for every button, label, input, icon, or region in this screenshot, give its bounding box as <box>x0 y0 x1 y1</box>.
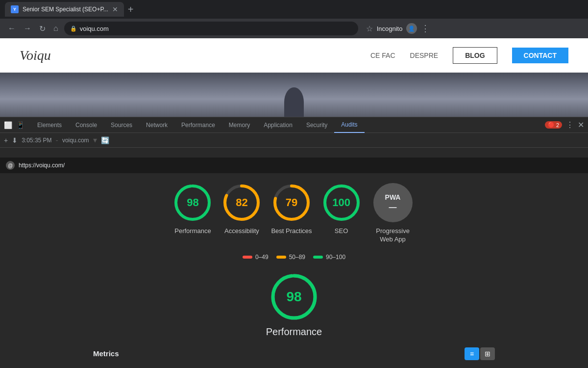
incognito-area: Incognito 👤 <box>377 23 417 34</box>
devtools-close-button[interactable]: ✕ <box>578 120 584 130</box>
devtools-tabs-bar: ⬜ 📱 Elements Console Sources Network Per… <box>0 117 588 133</box>
nav-bar: ← → ↻ ⌂ 🔒 voiqu.com ☆ Incognito 👤 ⋮ <box>0 19 588 38</box>
toggle-grid-view[interactable]: ⊞ <box>480 347 495 360</box>
active-tab[interactable]: Y Senior SEM Specialist (SEO+P... ✕ <box>5 2 124 17</box>
pwa-dash: — <box>389 203 397 212</box>
performance-label: Performance <box>174 227 211 236</box>
toolbar-time: 3:05:35 PM <box>22 137 51 144</box>
site-nav: Voiqu CE FAC DESPRE BLOG CONTACT <box>0 38 588 73</box>
tab-sources[interactable]: Sources <box>104 117 139 133</box>
new-tab-button[interactable]: + <box>126 2 136 17</box>
back-button[interactable]: ← <box>6 22 18 35</box>
site-nav-despre[interactable]: DESPRE <box>410 52 439 59</box>
tab-audits[interactable]: Audits <box>334 117 364 133</box>
audit-site-icon: @ <box>6 161 15 170</box>
hero-tree <box>284 87 304 117</box>
devtools-panel: ⬜ 📱 Elements Console Sources Network Per… <box>0 117 588 368</box>
legend-red: 0–49 <box>243 254 269 261</box>
metrics-title: Metrics <box>93 349 119 358</box>
legend-red-dot <box>243 256 252 259</box>
nav-actions: ☆ Incognito 👤 ⋮ <box>366 23 430 34</box>
devtools-right-actions: 🔴 2 ⋮ ✕ <box>545 120 584 130</box>
tab-memory[interactable]: Memory <box>222 117 257 133</box>
view-toggle: ≡ ⊞ <box>465 347 495 360</box>
score-seo[interactable]: 100 SEO <box>322 183 361 244</box>
pwa-text: PWA <box>385 193 401 201</box>
score-performance[interactable]: 98 Performance <box>173 183 212 244</box>
accessibility-score: 82 <box>236 196 247 209</box>
site-nav-ce-fac[interactable]: CE FAC <box>370 52 395 59</box>
main-score-section: 98 Performance <box>0 272 588 338</box>
toggle-list-view[interactable]: ≡ <box>465 347 479 360</box>
devtools-more-button[interactable]: ⋮ <box>566 120 574 130</box>
best-practices-gauge: 79 <box>272 183 311 222</box>
site-nav-links: CE FAC DESPRE BLOG CONTACT <box>370 47 568 64</box>
browser-menu-button[interactable]: ⋮ <box>421 23 430 34</box>
browser-chrome: Y Senior SEM Specialist (SEO+P... ✕ + <box>0 0 588 19</box>
incognito-icon: 👤 <box>406 23 417 34</box>
tab-security[interactable]: Security <box>299 117 334 133</box>
list-icon: ≡ <box>470 350 474 358</box>
forward-button[interactable]: → <box>22 22 33 35</box>
site-logo: Voiqu <box>20 48 51 63</box>
legend-orange: 50–89 <box>276 254 305 261</box>
legend-orange-label: 50–89 <box>289 254 305 261</box>
accessibility-gauge: 82 <box>222 183 261 222</box>
legend-green-dot <box>313 256 323 259</box>
tab-application[interactable]: Application <box>257 117 299 133</box>
tab-close-button[interactable]: ✕ <box>112 5 118 13</box>
home-button[interactable]: ⌂ <box>51 22 60 35</box>
legend-green-label: 90–100 <box>326 254 345 261</box>
bookmark-button[interactable]: ☆ <box>366 24 373 33</box>
legend-orange-dot <box>276 256 286 259</box>
site-nav-contact-button[interactable]: CONTACT <box>512 48 568 63</box>
scores-container: 98 Performance 82 Accessibility <box>0 183 588 244</box>
url-text: voiqu.com <box>80 25 109 32</box>
tab-network[interactable]: Network <box>139 117 174 133</box>
tab-bar: Y Senior SEM Specialist (SEO+P... ✕ + <box>5 2 136 17</box>
devtools-toolbar: + ⬇ 3:05:35 PM - voiqu.com ▾ 🔄 <box>0 133 588 148</box>
tab-favicon: Y <box>11 5 19 13</box>
audit-url-text: https://voiqu.com/ <box>19 162 65 169</box>
toolbar-download-button[interactable]: ⬇ <box>12 136 18 144</box>
best-practices-label: Best Practices <box>271 227 312 236</box>
error-count: 2 <box>556 122 559 128</box>
toolbar-domain: voiqu.com <box>62 137 89 144</box>
tab-performance[interactable]: Performance <box>174 117 222 133</box>
seo-score: 100 <box>332 196 350 209</box>
address-bar[interactable]: 🔒 voiqu.com <box>64 22 358 35</box>
main-performance-gauge: 98 <box>270 272 318 321</box>
lock-icon: 🔒 <box>70 26 77 32</box>
site-nav-blog-button[interactable]: BLOG <box>453 47 497 64</box>
tab-elements[interactable]: Elements <box>30 117 69 133</box>
toolbar-separator: - <box>56 136 58 145</box>
device-toolbar-icon[interactable]: 📱 <box>16 121 24 129</box>
best-practices-score: 79 <box>286 196 297 209</box>
score-accessibility[interactable]: 82 Accessibility <box>222 183 261 244</box>
toolbar-dropdown-icon[interactable]: ▾ <box>93 135 97 145</box>
score-pwa[interactable]: PWA — Progressive Web App <box>371 183 415 244</box>
score-best-practices[interactable]: 79 Best Practices <box>271 183 312 244</box>
devtools-icons: ⬜ 📱 <box>4 121 30 129</box>
tab-console[interactable]: Console <box>69 117 104 133</box>
inspector-icon[interactable]: ⬜ <box>4 121 12 129</box>
pwa-badge: PWA — <box>373 183 413 222</box>
website-area: Voiqu CE FAC DESPRE BLOG CONTACT <box>0 38 588 117</box>
error-icon: 🔴 <box>548 122 555 128</box>
seo-label: SEO <box>335 227 348 236</box>
incognito-label: Incognito <box>377 25 403 32</box>
legend-red-label: 0–49 <box>255 254 269 261</box>
grid-icon: ⊞ <box>485 350 490 358</box>
main-performance-label: Performance <box>266 326 322 338</box>
hero-image <box>0 73 588 117</box>
score-legend: 0–49 50–89 90–100 <box>0 254 588 261</box>
toolbar-reload-icon[interactable]: 🔄 <box>101 136 109 144</box>
audits-panel: @ https://voiqu.com/ 98 Performance <box>0 148 588 368</box>
main-performance-score: 98 <box>286 289 301 305</box>
toolbar-add-button[interactable]: + <box>4 136 8 144</box>
accessibility-label: Accessibility <box>224 227 259 236</box>
performance-score: 98 <box>187 196 198 209</box>
metrics-header: Metrics ≡ ⊞ <box>93 347 495 360</box>
tab-title: Senior SEM Specialist (SEO+P... <box>23 6 108 13</box>
refresh-button[interactable]: ↻ <box>37 22 48 35</box>
